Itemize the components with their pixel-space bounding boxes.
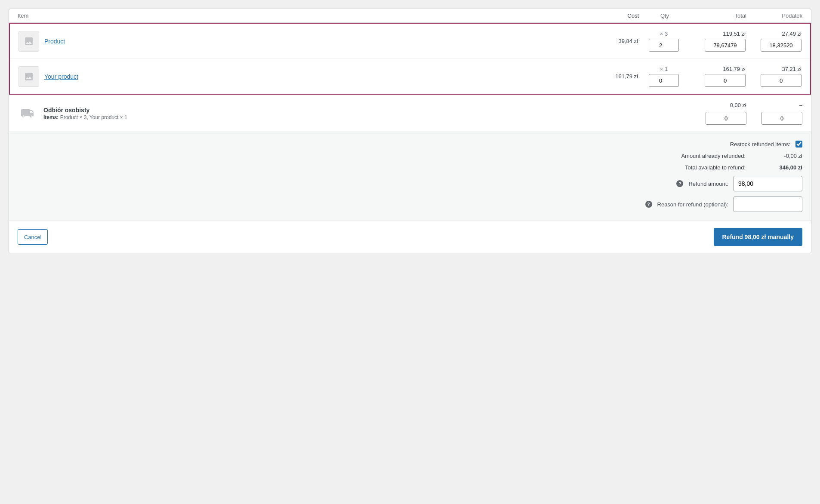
shipping-name: Odbiór osobisty bbox=[43, 107, 127, 114]
product-qty-col: × 3 bbox=[638, 31, 690, 52]
total-refund-input[interactable] bbox=[705, 74, 746, 87]
items-label: Items: bbox=[43, 114, 59, 120]
qty-original: × 1 bbox=[660, 66, 668, 72]
product-cost: 39,84 zł bbox=[586, 38, 638, 44]
shipping-cost-col: 0,00 zł bbox=[691, 102, 746, 125]
tax-original: 37,21 zł bbox=[782, 66, 802, 72]
selected-items-box: Product 39,84 zł × 3 119,51 zł bbox=[9, 23, 811, 95]
product-link[interactable]: Product bbox=[44, 38, 65, 45]
restock-row: Restock refunded items: bbox=[587, 141, 802, 148]
product-tax-col: 37,21 zł bbox=[746, 66, 802, 87]
shipping-row: Odbiór osobisty Items: Product × 3, Your… bbox=[9, 95, 811, 132]
table-row: Product 39,84 zł × 3 119,51 zł bbox=[10, 24, 810, 59]
refund-summary: Restock refunded items: Amount already r… bbox=[9, 132, 811, 221]
table-header: Item Cost Qty Total Podatek bbox=[9, 9, 811, 23]
refund-amount-row: ? Refund amount: bbox=[587, 176, 802, 191]
restock-checkbox[interactable] bbox=[795, 141, 802, 148]
shipping-cost-value: 0,00 zł bbox=[730, 102, 746, 108]
product-cost: 161,79 zł bbox=[586, 73, 638, 80]
product-link[interactable]: Your product bbox=[44, 73, 78, 80]
cancel-button[interactable]: Cancel bbox=[18, 229, 48, 245]
already-refunded-value: -0,00 zł bbox=[751, 153, 802, 159]
already-refunded-row: Amount already refunded: -0,00 zł bbox=[587, 153, 802, 159]
product-info: Your product bbox=[18, 66, 586, 87]
total-refund-input[interactable] bbox=[705, 39, 746, 52]
table-row: Your product 161,79 zł × 1 161,79 zł bbox=[10, 59, 810, 94]
total-available-row: Total available to refund: 346,00 zł bbox=[587, 164, 802, 171]
already-refunded-label: Amount already refunded: bbox=[681, 153, 746, 159]
shipping-items: Items: Product × 3, Your product × 1 bbox=[43, 114, 127, 120]
total-original: 119,51 zł bbox=[723, 31, 746, 37]
footer-buttons: Cancel Refund 98,00 zł manually bbox=[9, 221, 811, 253]
shipping-info: Odbiór osobisty Items: Product × 3, Your… bbox=[18, 103, 587, 124]
reason-label: Reason for refund (optional): bbox=[657, 201, 728, 208]
qty-original: × 3 bbox=[660, 31, 668, 37]
total-available-value: 346,00 zł bbox=[751, 164, 802, 171]
product-name: Your product bbox=[44, 73, 78, 80]
product-total-col: 161,79 zł bbox=[690, 66, 746, 87]
header-cost: Cost bbox=[587, 12, 639, 19]
product-name: Product bbox=[44, 38, 65, 45]
header-qty: Qty bbox=[639, 12, 691, 19]
truck-icon bbox=[21, 108, 35, 119]
header-tax: Podatek bbox=[746, 12, 802, 19]
shipping-tax-col: – bbox=[746, 102, 802, 125]
product-qty-col: × 1 bbox=[638, 66, 690, 87]
reason-row: ? Reason for refund (optional): bbox=[587, 197, 802, 212]
product-thumbnail bbox=[18, 31, 39, 52]
qty-refund-input[interactable] bbox=[649, 39, 679, 52]
shipping-cost-input[interactable] bbox=[706, 112, 746, 125]
total-original: 161,79 zł bbox=[723, 66, 746, 72]
reason-help-icon[interactable]: ? bbox=[645, 201, 652, 208]
product-total-col: 119,51 zł bbox=[690, 31, 746, 52]
image-icon bbox=[24, 36, 34, 46]
header-item: Item bbox=[18, 12, 587, 19]
tax-refund-input[interactable] bbox=[761, 74, 802, 87]
product-info: Product bbox=[18, 31, 586, 52]
refund-amount-help-icon[interactable]: ? bbox=[676, 180, 683, 187]
product-thumbnail bbox=[18, 66, 39, 87]
tax-original: 27,49 zł bbox=[782, 31, 802, 37]
header-total: Total bbox=[691, 12, 746, 19]
reason-input[interactable] bbox=[734, 197, 802, 212]
shipping-tax-dash: – bbox=[799, 102, 802, 108]
items-value: Product × 3, Your product × 1 bbox=[60, 114, 127, 120]
shipping-icon bbox=[18, 103, 38, 124]
restock-checkbox-wrapper bbox=[795, 141, 802, 148]
qty-refund-input[interactable] bbox=[649, 74, 679, 87]
image-icon bbox=[24, 71, 34, 82]
restock-label: Restock refunded items: bbox=[730, 141, 790, 148]
refund-amount-label: Refund amount: bbox=[688, 181, 728, 187]
refund-button[interactable]: Refund 98,00 zł manually bbox=[714, 228, 803, 246]
shipping-tax-input[interactable] bbox=[761, 112, 802, 125]
refund-amount-input[interactable] bbox=[734, 176, 802, 191]
product-tax-col: 27,49 zł bbox=[746, 31, 802, 52]
tax-refund-input[interactable] bbox=[761, 39, 802, 52]
total-available-label: Total available to refund: bbox=[685, 164, 746, 171]
